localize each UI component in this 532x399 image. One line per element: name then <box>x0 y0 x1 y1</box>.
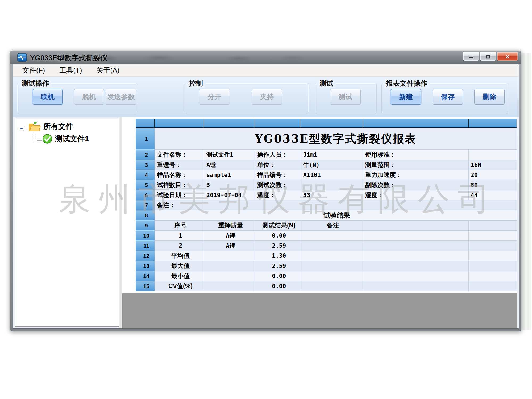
row-number-cell[interactable]: 11 <box>136 241 155 251</box>
grid-cell[interactable] <box>301 281 363 291</box>
grid-cell[interactable] <box>468 231 517 241</box>
grid-cell[interactable] <box>204 200 517 210</box>
disconnect-button[interactable]: 脱机 <box>74 89 104 105</box>
grid-cell[interactable]: sample1 <box>204 170 255 180</box>
grid-cell[interactable]: 试样数目： <box>155 180 204 190</box>
grid-cell[interactable] <box>204 281 255 291</box>
grid-cell[interactable] <box>204 261 255 271</box>
result-header-cell[interactable]: 测试结果(N) <box>255 221 301 231</box>
grid-cell[interactable]: 2019-07-04 <box>204 190 255 200</box>
new-button[interactable]: 新建 <box>391 89 421 105</box>
grid-cell[interactable]: 使用标准： <box>363 150 468 160</box>
grid-cell[interactable]: 最小值 <box>155 271 204 281</box>
grid-cell[interactable]: 牛(N) <box>301 160 363 170</box>
row-number-cell[interactable]: 4 <box>136 170 155 180</box>
grid-cell[interactable]: 33 <box>301 190 363 200</box>
grid-cell[interactable]: 试验日期： <box>155 190 204 200</box>
grid-cell[interactable]: 备注： <box>155 200 204 210</box>
grid-cell[interactable]: 3 <box>204 180 255 190</box>
grid-header-cell[interactable] <box>155 119 204 128</box>
grid-cell[interactable]: 44 <box>468 190 517 200</box>
grid-cell[interactable] <box>468 241 517 251</box>
result-header-cell[interactable] <box>363 221 468 231</box>
grid-cell[interactable]: 湿度： <box>363 190 468 200</box>
menu-about[interactable]: 关于(A) <box>91 65 125 76</box>
grid-cell[interactable] <box>468 281 517 291</box>
row-number-cell[interactable]: 1 <box>136 128 155 150</box>
grid-header-cell[interactable] <box>204 119 255 128</box>
maximize-button[interactable] <box>480 52 496 61</box>
grid-cell[interactable] <box>468 251 517 261</box>
report-title-cell[interactable]: YG033E型数字式撕裂仪报表 <box>155 128 517 150</box>
row-number-cell[interactable]: 13 <box>136 261 155 271</box>
grid-header-cell[interactable] <box>301 119 363 128</box>
grid-cell[interactable]: 1.30 <box>255 251 301 261</box>
tree-item-test-file-1[interactable]: 测试文件1 <box>42 134 89 144</box>
menu-tools[interactable]: 工具(T) <box>54 65 87 76</box>
grid-cell[interactable] <box>363 231 468 241</box>
test-button[interactable]: 测试 <box>330 89 361 105</box>
minimize-button[interactable] <box>463 52 479 61</box>
grid-cell[interactable] <box>301 241 363 251</box>
row-number-cell[interactable]: 14 <box>136 271 155 281</box>
grid-cell[interactable] <box>468 261 517 271</box>
grid-cell[interactable]: 2 <box>155 241 204 251</box>
grid-cell[interactable]: 重力加速度： <box>363 170 468 180</box>
grid-cell[interactable]: 剔除次数： <box>363 180 468 190</box>
row-number-cell[interactable]: 8 <box>136 210 155 221</box>
result-header-cell[interactable]: 备注 <box>301 221 363 231</box>
grid-corner-cell[interactable] <box>136 119 155 128</box>
grid-cell[interactable] <box>301 271 363 281</box>
grid-cell[interactable] <box>363 251 468 261</box>
grid-cell[interactable]: 0.00 <box>255 271 301 281</box>
grid-cell[interactable]: 温度： <box>255 190 301 200</box>
row-number-cell[interactable]: 7 <box>136 200 155 210</box>
row-number-cell[interactable]: 10 <box>136 231 155 241</box>
grid-cell[interactable] <box>363 281 468 291</box>
grid-header-cell[interactable] <box>363 119 468 128</box>
grid-cell[interactable]: 重锤号： <box>155 160 204 170</box>
close-button[interactable] <box>497 52 518 61</box>
row-number-cell[interactable]: 12 <box>136 251 155 261</box>
grid-header-cell[interactable] <box>255 119 301 128</box>
section-header-cell[interactable]: 试验结果 <box>155 210 517 221</box>
titlebar[interactable]: YG033E型数字式撕裂仪 <box>10 51 521 64</box>
grid-header-cell[interactable] <box>468 119 517 128</box>
grid-cell[interactable] <box>363 241 468 251</box>
grid-cell[interactable] <box>363 261 468 271</box>
result-header-cell[interactable]: 重锤质量 <box>204 221 255 231</box>
send-params-button[interactable]: 发送参数 <box>106 89 136 105</box>
grid-cell[interactable]: 操作人员： <box>255 150 301 160</box>
grid-cell[interactable]: 单位： <box>255 160 301 170</box>
grid-cell[interactable]: 平均值 <box>155 251 204 261</box>
separate-button[interactable]: 分开 <box>199 89 230 105</box>
grid-cell[interactable]: Jimi <box>301 150 363 160</box>
tree-collapse-toggle[interactable] <box>19 126 24 131</box>
grid-cell[interactable]: 1 <box>155 231 204 241</box>
grid-cell[interactable]: 最大值 <box>155 261 204 271</box>
clamp-button[interactable]: 夹持 <box>252 89 282 105</box>
row-number-cell[interactable]: 6 <box>136 190 155 200</box>
grid-cell[interactable]: 0.00 <box>255 281 301 291</box>
connect-button[interactable]: 联机 <box>33 89 63 105</box>
row-number-cell[interactable]: 3 <box>136 160 155 170</box>
grid-cell[interactable]: A锤 <box>204 160 255 170</box>
grid-cell[interactable] <box>301 180 363 190</box>
result-header-cell[interactable] <box>468 221 517 231</box>
grid-cell[interactable]: 0.00 <box>255 231 301 241</box>
grid-cell[interactable]: A锤 <box>204 231 255 241</box>
tree-item-all-files[interactable]: 所有文件 <box>28 122 73 132</box>
grid-cell[interactable] <box>301 261 363 271</box>
row-number-cell[interactable]: 5 <box>136 180 155 190</box>
grid-cell[interactable]: A锤 <box>204 241 255 251</box>
grid-cell[interactable]: 测试次数： <box>255 180 301 190</box>
grid-cell[interactable]: 样品编号： <box>255 170 301 180</box>
row-number-cell[interactable]: 9 <box>136 221 155 231</box>
grid-cell[interactable]: 测试文件1 <box>204 150 255 160</box>
grid-cell[interactable]: 16N <box>468 160 517 170</box>
grid-cell[interactable]: 文件名称： <box>155 150 204 160</box>
grid-cell[interactable]: CV值(%) <box>155 281 204 291</box>
save-button[interactable]: 保存 <box>433 89 463 105</box>
grid-cell[interactable] <box>301 231 363 241</box>
grid-cell[interactable] <box>468 271 517 281</box>
